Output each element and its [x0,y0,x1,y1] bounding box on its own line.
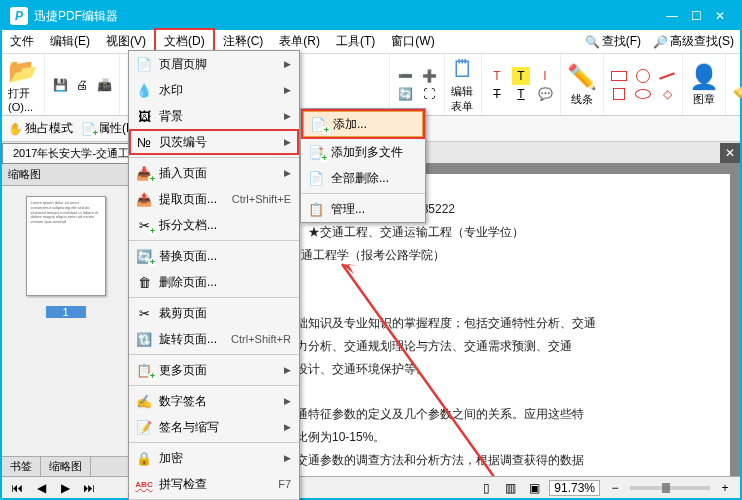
folder-open-icon: 📂 [8,57,38,85]
thumbnail-page-number: 1 [46,306,86,318]
menu-item[interactable]: ABC拼写检查F7 [129,471,299,497]
menu-item[interactable]: 📤提取页面...Ctrl+Shift+E [129,186,299,212]
rotate-icon[interactable]: 🔄 [396,85,414,103]
submenu-add[interactable]: 📄 添加... [303,111,423,137]
fit-icon[interactable]: ⛶ [420,85,438,103]
rect-shape-icon[interactable] [610,67,628,85]
zoom-slider[interactable] [630,486,710,490]
layout-cont-icon[interactable]: ▥ [501,479,519,497]
menu-item-icon: 📤 [135,190,153,208]
thumbnail-panel: 缩略图 Lorem ipsum dolor sit amet consectet… [2,164,130,476]
menu-edit[interactable]: 编辑(E) [42,30,98,53]
zoom-out-icon[interactable]: ➖ [396,67,414,85]
chevron-right-icon: ▶ [284,422,291,432]
submenu-manage[interactable]: 📋 管理... [301,196,425,222]
page-remove-icon: 📄 [307,169,325,187]
ellipse-shape-icon[interactable] [634,85,652,103]
menu-item-label: 更多页面 [159,362,278,379]
square-shape-icon[interactable] [610,85,628,103]
zoom-in-icon[interactable]: ➕ [420,67,438,85]
tab-thumbnail[interactable]: 缩略图 [41,457,91,476]
menu-item[interactable]: 🔃旋转页面...Ctrl+Shift+R [129,326,299,352]
menu-item-label: 删除页面... [159,274,291,291]
print-icon[interactable]: 🖨 [73,76,91,94]
menu-item-icon: 📄 [135,55,153,73]
chevron-right-icon: ▶ [284,365,291,375]
menu-item[interactable]: 🔄替换页面... [129,243,299,269]
menu-item-icon: № [135,133,153,151]
menu-item[interactable]: 📝签名与缩写▶ [129,414,299,440]
first-page-icon[interactable]: ⏮ [8,479,26,497]
solo-mode-button[interactable]: ✋独占模式 [8,120,73,137]
underline-icon[interactable]: T [512,85,530,103]
close-button[interactable]: ✕ [708,4,732,28]
poly-shape-icon[interactable]: ◇ [658,85,676,103]
submenu-add-multi[interactable]: 📑 添加到多文件 [301,139,425,165]
text-tool-icon[interactable]: T [488,67,506,85]
open-button[interactable]: 📂 打开(O)... [8,57,38,113]
menu-item-icon: 📋 [135,361,153,379]
find-button[interactable]: 🔍查找(F) [579,30,647,53]
submenu-remove-all[interactable]: 📄 全部删除... [301,165,425,191]
menu-item-label: 提取页面... [159,191,226,208]
menu-tools[interactable]: 工具(T) [328,30,383,53]
menu-item[interactable]: ✂拆分文档... [129,212,299,238]
zoom-in-status-icon[interactable]: + [716,479,734,497]
menu-item-label: 签名与缩写 [159,419,278,436]
menu-item-icon: 🗑 [135,273,153,291]
circle-shape-icon[interactable] [634,67,652,85]
maximize-button[interactable]: ☐ [684,4,708,28]
titlebar: P 迅捷PDF编辑器 ― ☐ ✕ [2,2,740,30]
menu-item[interactable]: ✍数字签名▶ [129,388,299,414]
menu-item[interactable]: 📄页眉页脚▶ [129,51,299,77]
strikeout-icon[interactable]: T [488,85,506,103]
stamp-icon: 👤 [689,63,719,91]
menu-item-label: 背景 [159,108,278,125]
form-icon: 🗒 [451,55,475,83]
menu-item-icon: ✂ [135,216,153,234]
highlight-icon[interactable]: T [512,67,530,85]
zoom-out-status-icon[interactable]: − [606,479,624,497]
tab-close-button[interactable]: ✕ [720,143,740,163]
prev-page-icon[interactable]: ◀ [32,479,50,497]
zoom-value[interactable]: 91.73% [549,480,600,496]
chevron-right-icon: ▶ [284,396,291,406]
menu-item[interactable]: 🗑删除页面... [129,269,299,295]
multi-page-icon: 📑 [307,143,325,161]
menu-item-icon: ABC [135,475,153,493]
typewriter-icon[interactable]: I [536,67,554,85]
advanced-find-button[interactable]: 🔎高级查找(S) [647,30,740,53]
menu-item[interactable]: 💧水印▶ [129,77,299,103]
layout-facing-icon[interactable]: ▣ [525,479,543,497]
menu-item[interactable]: 📥插入页面▶ [129,160,299,186]
line-shape-icon[interactable] [658,67,676,85]
menu-item[interactable]: 📋更多页面▶ [129,357,299,383]
menu-shortcut: F7 [278,478,291,490]
edit-form-button[interactable]: 🗒 编辑表单 [451,55,475,114]
save-icon[interactable]: 💾 [51,76,69,94]
menu-item-label: 页眉页脚 [159,56,278,73]
lines-button[interactable]: ✏️ 线条 [567,63,597,107]
tab-bookmark[interactable]: 书签 [2,457,41,476]
menu-item[interactable]: №贝茨编号▶ [129,129,299,155]
next-page-icon[interactable]: ▶ [56,479,74,497]
page-thumbnail[interactable]: Lorem ipsum dolor sit amet consectetur a… [26,196,106,296]
chevron-right-icon: ▶ [284,453,291,463]
app-title: 迅捷PDF编辑器 [34,8,660,25]
scan-icon[interactable]: 📠 [95,76,113,94]
menu-item-label: 加密 [159,450,278,467]
stamp-button[interactable]: 👤 图章 [689,63,719,107]
eraser-button[interactable]: 🧹 [732,71,742,99]
hand-icon: ✋ [8,122,23,136]
minimize-button[interactable]: ― [660,4,684,28]
layout-single-icon[interactable]: ▯ [477,479,495,497]
menu-item[interactable]: ✂裁剪页面 [129,300,299,326]
menu-item[interactable]: 🖼背景▶ [129,103,299,129]
note-icon[interactable]: 💬 [536,85,554,103]
last-page-icon[interactable]: ⏭ [80,479,98,497]
menu-item-label: 拼写检查 [159,476,272,493]
menu-window[interactable]: 窗口(W) [383,30,442,53]
menu-item[interactable]: 🔒加密▶ [129,445,299,471]
menu-item-label: 旋转页面... [159,331,225,348]
menu-file[interactable]: 文件 [2,30,42,53]
